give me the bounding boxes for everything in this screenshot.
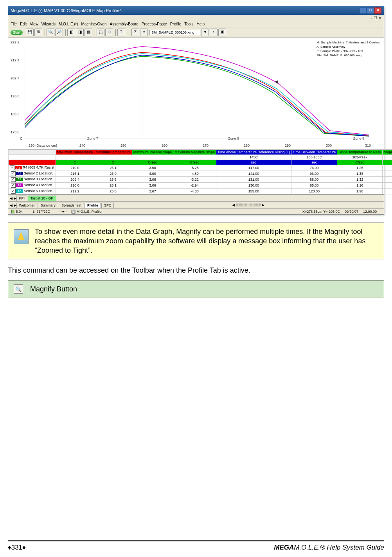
magnify-button-label: Magnify Button	[30, 285, 77, 293]
magnify-icon: 🔍	[14, 284, 23, 294]
page-number: ♦331♦	[8, 544, 26, 552]
title-bar: MegaM.O.L.E.(r) MAP V1.00 C:\MegaMOLE Ma…	[8, 6, 384, 15]
button-callout: 🔍 Magnify Button	[8, 280, 384, 298]
lower-tabs-2[interactable]: ◀ ▶ Welcome! Summary Spreadsheet Profile…	[8, 201, 384, 208]
menu-bar[interactable]: FileEditViewWizardsM.O.L.E.(r)Machine-Ov…	[8, 21, 384, 27]
status-bar: 📗 5.04🌡 71F/22C─●─🔲 M.O.L.E. Profiler X=…	[8, 208, 384, 214]
sub-window-bar: – ☐ ✕	[8, 15, 384, 21]
toolbar[interactable]: Start 💾 🖶 🔍 🔎 ◧◨▦ ⬚⊙ ? Σ ✦ SM_SAMPLE_000…	[8, 27, 384, 38]
magnify-in-icon[interactable]: 🔍	[47, 29, 54, 36]
note-text: To show even more detail in the Data Gra…	[35, 227, 378, 255]
start-button[interactable]: Start	[11, 30, 23, 35]
body-paragraph: This command can be accessed on the Tool…	[8, 266, 384, 275]
save-icon[interactable]: 💾	[26, 29, 34, 36]
table-row: ✓A1R4 (805 4.7K Resist210.026.13.50-5.28…	[9, 165, 392, 171]
lower-tabs-1[interactable]: ◀ ▶ KPI Target 10 - OK	[8, 194, 384, 201]
help-icon[interactable]: ?	[117, 29, 125, 36]
data-table[interactable]: Maximum Temperature Minimum Temperature …	[8, 149, 392, 194]
window-title: MegaM.O.L.E.(r) MAP V1.00 C:\MegaMOLE Ma…	[11, 8, 121, 13]
table-row: ✓A4Sensor 4 Location.210.026.13.06-2.941…	[9, 183, 392, 189]
window-buttons[interactable]: _□✕	[359, 7, 381, 14]
table-row: ✓A3Sensor 3 Location.209.425.63.06-3.221…	[9, 177, 392, 183]
magnify-out-icon[interactable]: 🔎	[55, 29, 63, 36]
tip-icon	[14, 229, 29, 244]
app-screenshot: MegaM.O.L.E.(r) MAP V1.00 C:\MegaMOLE Ma…	[8, 6, 384, 215]
data-graph[interactable]: M: Sample Machine_7 Heaters and 2 Cooler…	[9, 39, 383, 148]
table-row: ✓A5Sensor 5 Location.212.225.63.67-4.331…	[9, 189, 392, 194]
print-icon[interactable]: 🖶	[34, 29, 42, 36]
note-callout: To show even more detail in the Data Gra…	[8, 223, 384, 259]
chart-svg	[25, 43, 369, 138]
guide-title: MEGAM.O.L.E.® Help System Guide	[274, 544, 384, 552]
file-combo[interactable]: SM_SAMPLE_000106.xmg	[149, 30, 200, 35]
table-row: ✓A2Sensor 2 Location.216.125.04.00-4.891…	[9, 171, 392, 177]
page-footer: ♦331♦ MEGAM.O.L.E.® Help System Guide	[8, 540, 384, 557]
